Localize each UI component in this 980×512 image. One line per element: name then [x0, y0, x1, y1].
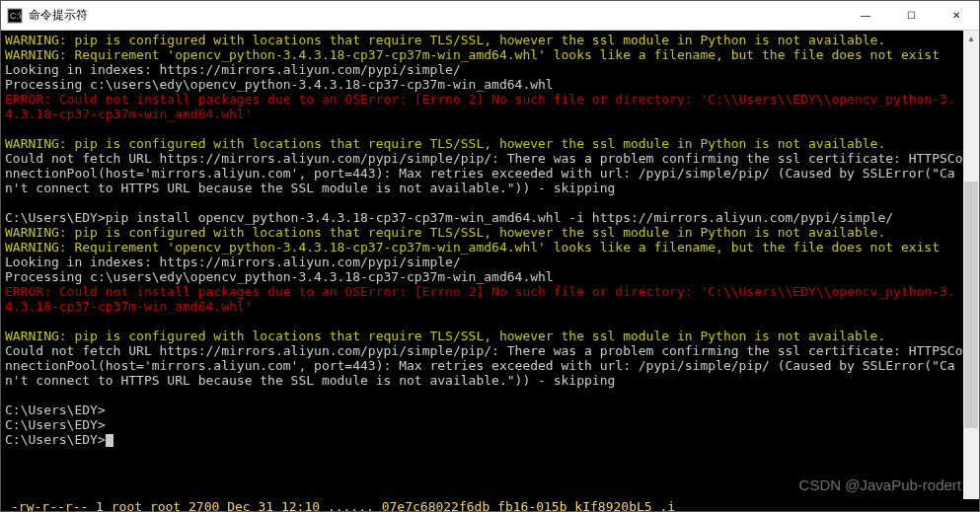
terminal-line: WARNING: pip is configured with location…: [5, 33, 885, 47]
scroll-up-button[interactable]: ▲: [963, 31, 979, 46]
terminal-line: Looking in indexes: https://mirrors.aliy…: [5, 255, 461, 269]
close-button[interactable]: ✕: [934, 1, 979, 31]
scroll-track[interactable]: [963, 46, 979, 495]
terminal-prompt: C:\Users\EDY>: [5, 432, 106, 447]
terminal-line: Could not fetch URL https://mirrors.aliy…: [5, 151, 963, 195]
terminal-line: WARNING: Requirement 'opencv_python-3.4.…: [5, 240, 940, 255]
cmd-icon: C:\: [7, 8, 23, 24]
terminal-output[interactable]: WARNING: pip is configured with location…: [1, 31, 963, 511]
scroll-thumb[interactable]: [964, 182, 978, 428]
terminal-line: C:\Users\EDY>: [5, 417, 106, 432]
titlebar[interactable]: C:\ 命令提示符 — ☐ ✕: [1, 1, 979, 31]
window-title: 命令提示符: [29, 7, 843, 24]
terminal-line: Could not fetch URL https://mirrors.aliy…: [5, 343, 963, 388]
window-controls: — ☐ ✕: [843, 1, 979, 31]
command-prompt-window: C:\ 命令提示符 — ☐ ✕ WARNING: pip is configur…: [0, 0, 980, 512]
minimize-button[interactable]: —: [843, 1, 888, 31]
cropped-bottom-line: -rw-r--r-- 1 root root 2700 Dec 31 12:10…: [1, 499, 979, 511]
terminal-line: WARNING: Requirement 'opencv_python-3.4.…: [5, 47, 940, 62]
terminal-line: C:\Users\EDY>pip install opencv_python-3…: [5, 210, 893, 225]
terminal-area: WARNING: pip is configured with location…: [1, 31, 979, 511]
terminal-line: WARNING: pip is configured with location…: [5, 136, 885, 151]
terminal-line: C:\Users\EDY>: [5, 402, 106, 417]
terminal-cursor: [106, 434, 113, 447]
terminal-line: WARNING: pip is configured with location…: [5, 225, 885, 240]
terminal-line: Looking in indexes: https://mirrors.aliy…: [5, 62, 461, 77]
terminal-line: WARNING: pip is configured with location…: [5, 329, 885, 343]
vertical-scrollbar[interactable]: ▲ ▼: [963, 31, 979, 511]
terminal-line: ERROR: Could not install packages due to…: [5, 284, 955, 314]
maximize-button[interactable]: ☐: [888, 1, 934, 31]
terminal-line: Processing c:\users\edy\opencv_python-3.…: [5, 269, 554, 284]
svg-text:C:\: C:\: [10, 11, 22, 21]
terminal-line: ERROR: Could not install packages due to…: [5, 92, 955, 121]
terminal-line: Processing c:\users\edy\opencv_python-3.…: [5, 77, 554, 92]
